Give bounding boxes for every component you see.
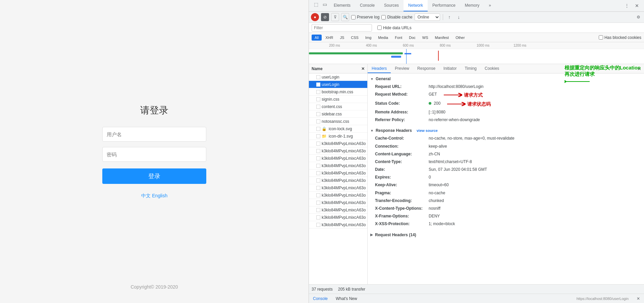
filter-img[interactable]: Img: [362, 35, 374, 41]
disable-cache-label[interactable]: Disable cache: [381, 15, 412, 19]
view-source-link[interactable]: view source: [417, 129, 438, 133]
filter-xhr[interactable]: XHR: [322, 35, 336, 41]
export-button[interactable]: ↓: [455, 13, 463, 21]
row-checkbox[interactable]: [316, 171, 320, 175]
tab-network[interactable]: Network: [404, 0, 428, 11]
username-input[interactable]: [102, 127, 206, 142]
list-item[interactable]: k3klo84MPvpLmixcA63o: [309, 199, 367, 206]
filter-all[interactable]: All: [312, 35, 322, 41]
list-item[interactable]: bootstrap.min.css: [309, 88, 367, 96]
row-checkbox[interactable]: [316, 193, 320, 197]
row-checkbox[interactable]: [316, 83, 320, 87]
stop-button[interactable]: ⊘: [321, 13, 329, 21]
list-item[interactable]: k3klo84MPvpLmixcA63o: [309, 214, 367, 221]
request-headers-section-header[interactable]: ▶ Request Headers (14): [368, 231, 644, 239]
row-checkbox[interactable]: [316, 223, 320, 227]
detail-tab-headers[interactable]: Headers: [368, 64, 391, 73]
record-button[interactable]: ●: [311, 13, 319, 21]
list-item[interactable]: k3klo84MPvpLmixcA63o: [309, 184, 367, 192]
password-input[interactable]: [102, 147, 206, 162]
lang-zh-link[interactable]: 中文: [141, 193, 151, 198]
import-button[interactable]: ↑: [446, 13, 453, 21]
row-checkbox[interactable]: [316, 208, 320, 212]
row-checkbox[interactable]: [316, 179, 320, 183]
row-checkbox[interactable]: [316, 164, 320, 168]
row-checkbox[interactable]: [316, 105, 320, 109]
list-item[interactable]: k3klo84MPvpLmixcA63o: [309, 147, 367, 155]
list-item[interactable]: userLogin: [309, 73, 367, 81]
list-item[interactable]: k3klo84MPvpLmixcA63o: [309, 177, 367, 184]
row-checkbox[interactable]: [316, 156, 320, 160]
list-item[interactable]: notosanssc.css: [309, 118, 367, 125]
detail-tab-timing[interactable]: Timing: [461, 64, 481, 73]
filter-other[interactable]: Other: [452, 35, 468, 41]
filter-media[interactable]: Media: [375, 35, 391, 41]
list-item[interactable]: k3klo84MPvpLmixcA63o: [309, 192, 367, 199]
filter-manifest[interactable]: Manifest: [432, 35, 452, 41]
list-item[interactable]: signin.css: [309, 96, 367, 103]
lang-en-link[interactable]: English: [152, 193, 167, 198]
row-checkbox[interactable]: [316, 201, 320, 205]
has-blocked-cookies-label[interactable]: Has blocked cookies: [599, 35, 641, 40]
detail-tab-response[interactable]: Response: [413, 64, 439, 73]
detail-tab-preview[interactable]: Preview: [391, 64, 413, 73]
filter-css[interactable]: CSS: [348, 35, 362, 41]
row-checkbox[interactable]: [316, 142, 320, 146]
settings-icon[interactable]: ✕: [633, 1, 641, 10]
list-item[interactable]: k3klo84MPvpLmixcA63o: [309, 140, 367, 147]
list-item-selected[interactable]: userLogin: [309, 81, 367, 88]
row-checkbox[interactable]: [316, 127, 320, 131]
device-icon[interactable]: ▭: [320, 0, 329, 9]
row-checkbox[interactable]: [316, 134, 320, 138]
list-item[interactable]: 📁 icon-dir-1.svg: [309, 133, 367, 140]
close-bottom-icon[interactable]: ✕: [637, 296, 640, 301]
row-checkbox[interactable]: [316, 215, 320, 219]
row-checkbox[interactable]: [316, 112, 320, 116]
list-item[interactable]: k3klo84MPvpLmixcA63o: [309, 169, 367, 177]
response-headers-section-header[interactable]: ▼ Response Headers view source: [368, 127, 644, 135]
row-checkbox[interactable]: [316, 75, 320, 79]
name-column-close[interactable]: ✕: [361, 66, 365, 71]
list-item[interactable]: k3klo84MPvpLmixcA63o: [309, 162, 367, 169]
whats-new-tab-bottom[interactable]: What's New: [336, 296, 357, 301]
general-section-header[interactable]: ▼ General: [368, 75, 644, 83]
row-checkbox[interactable]: [316, 119, 320, 123]
toolbar-settings-icon[interactable]: ⚙: [635, 13, 642, 21]
preserve-log-checkbox[interactable]: [351, 15, 356, 19]
detail-tab-cookies[interactable]: Cookies: [481, 64, 503, 73]
list-item[interactable]: k3klo84MPvpLmixcA63o: [309, 221, 367, 229]
filter-doc[interactable]: Doc: [406, 35, 419, 41]
list-item[interactable]: k3klo84MPvpLmixcA63o: [309, 155, 367, 162]
more-options-icon[interactable]: ⋮: [623, 1, 631, 10]
tab-console[interactable]: Console: [355, 0, 379, 11]
detail-close-button[interactable]: ✕: [635, 64, 644, 73]
throttle-select[interactable]: Online Fast 3G Slow 3G Offline: [415, 13, 440, 21]
row-checkbox[interactable]: [316, 149, 320, 153]
tab-sources[interactable]: Sources: [379, 0, 404, 11]
tab-elements[interactable]: Elements: [329, 0, 355, 11]
tab-more[interactable]: »: [484, 0, 496, 11]
disable-cache-checkbox[interactable]: [381, 15, 386, 19]
filter-js[interactable]: JS: [337, 35, 347, 41]
row-checkbox[interactable]: [316, 97, 320, 101]
detail-tab-initiator[interactable]: Initiator: [439, 64, 461, 73]
list-item[interactable]: sidebar.css: [309, 110, 367, 118]
list-item[interactable]: content.css: [309, 103, 367, 110]
search-button[interactable]: 🔍: [341, 13, 349, 21]
filter-button[interactable]: ⊽: [331, 13, 339, 21]
row-checkbox[interactable]: [316, 186, 320, 190]
preserve-log-label[interactable]: Preserve log: [351, 15, 379, 19]
list-item[interactable]: k3klo84MPvpLmixcA63o: [309, 206, 367, 214]
blocked-cookies-checkbox[interactable]: [599, 35, 603, 40]
filter-ws[interactable]: WS: [419, 35, 431, 41]
hide-data-urls-label[interactable]: Hide data URLs: [377, 26, 412, 30]
filter-font[interactable]: Font: [392, 35, 405, 41]
list-item[interactable]: 🔒 icon-lock.svg: [309, 125, 367, 133]
hide-data-urls-checkbox[interactable]: [377, 26, 382, 30]
login-button[interactable]: 登录: [102, 168, 206, 184]
console-tab-bottom[interactable]: Console: [313, 296, 328, 301]
filter-input[interactable]: [312, 24, 372, 32]
row-checkbox[interactable]: [316, 90, 320, 94]
tab-performance[interactable]: Performance: [428, 0, 460, 11]
tab-memory[interactable]: Memory: [460, 0, 484, 11]
